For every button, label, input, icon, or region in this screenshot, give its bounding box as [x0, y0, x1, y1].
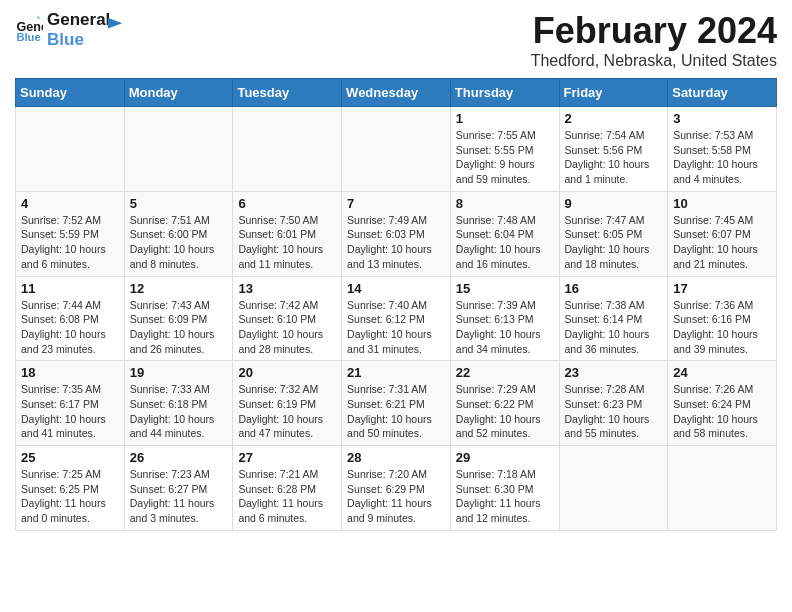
- calendar-week-row: 4Sunrise: 7:52 AMSunset: 5:59 PMDaylight…: [16, 191, 777, 276]
- day-info: Sunrise: 7:36 AMSunset: 6:16 PMDaylight:…: [673, 298, 771, 357]
- day-info: Sunrise: 7:32 AMSunset: 6:19 PMDaylight:…: [238, 382, 336, 441]
- calendar-table: SundayMondayTuesdayWednesdayThursdayFrid…: [15, 78, 777, 531]
- calendar-cell: 15Sunrise: 7:39 AMSunset: 6:13 PMDayligh…: [450, 276, 559, 361]
- day-info: Sunrise: 7:18 AMSunset: 6:30 PMDaylight:…: [456, 467, 554, 526]
- logo-icon: General Blue: [15, 16, 43, 44]
- day-number: 1: [456, 111, 554, 126]
- day-number: 6: [238, 196, 336, 211]
- calendar-cell: 9Sunrise: 7:47 AMSunset: 6:05 PMDaylight…: [559, 191, 668, 276]
- day-number: 13: [238, 281, 336, 296]
- page-header: General Blue General Blue February 2024 …: [15, 10, 777, 70]
- day-number: 8: [456, 196, 554, 211]
- day-number: 16: [565, 281, 663, 296]
- logo-flag-icon: [106, 16, 124, 34]
- day-info: Sunrise: 7:52 AMSunset: 5:59 PMDaylight:…: [21, 213, 119, 272]
- day-number: 3: [673, 111, 771, 126]
- day-info: Sunrise: 7:51 AMSunset: 6:00 PMDaylight:…: [130, 213, 228, 272]
- day-number: 10: [673, 196, 771, 211]
- calendar-cell: 13Sunrise: 7:42 AMSunset: 6:10 PMDayligh…: [233, 276, 342, 361]
- day-info: Sunrise: 7:50 AMSunset: 6:01 PMDaylight:…: [238, 213, 336, 272]
- day-info: Sunrise: 7:25 AMSunset: 6:25 PMDaylight:…: [21, 467, 119, 526]
- day-number: 29: [456, 450, 554, 465]
- calendar-week-row: 25Sunrise: 7:25 AMSunset: 6:25 PMDayligh…: [16, 446, 777, 531]
- day-number: 2: [565, 111, 663, 126]
- calendar-cell: 8Sunrise: 7:48 AMSunset: 6:04 PMDaylight…: [450, 191, 559, 276]
- weekday-header-tuesday: Tuesday: [233, 79, 342, 107]
- calendar-cell: 1Sunrise: 7:55 AMSunset: 5:55 PMDaylight…: [450, 107, 559, 192]
- logo: General Blue General Blue: [15, 10, 124, 51]
- weekday-header-thursday: Thursday: [450, 79, 559, 107]
- calendar-cell: 12Sunrise: 7:43 AMSunset: 6:09 PMDayligh…: [124, 276, 233, 361]
- svg-marker-2: [38, 16, 41, 19]
- day-info: Sunrise: 7:21 AMSunset: 6:28 PMDaylight:…: [238, 467, 336, 526]
- day-info: Sunrise: 7:45 AMSunset: 6:07 PMDaylight:…: [673, 213, 771, 272]
- day-number: 14: [347, 281, 445, 296]
- day-info: Sunrise: 7:47 AMSunset: 6:05 PMDaylight:…: [565, 213, 663, 272]
- weekday-header-sunday: Sunday: [16, 79, 125, 107]
- day-info: Sunrise: 7:38 AMSunset: 6:14 PMDaylight:…: [565, 298, 663, 357]
- svg-marker-3: [108, 18, 122, 29]
- day-number: 11: [21, 281, 119, 296]
- calendar-cell: 27Sunrise: 7:21 AMSunset: 6:28 PMDayligh…: [233, 446, 342, 531]
- weekday-header-wednesday: Wednesday: [342, 79, 451, 107]
- calendar-cell: 11Sunrise: 7:44 AMSunset: 6:08 PMDayligh…: [16, 276, 125, 361]
- day-info: Sunrise: 7:29 AMSunset: 6:22 PMDaylight:…: [456, 382, 554, 441]
- day-number: 18: [21, 365, 119, 380]
- day-number: 15: [456, 281, 554, 296]
- calendar-cell: 6Sunrise: 7:50 AMSunset: 6:01 PMDaylight…: [233, 191, 342, 276]
- month-year-title: February 2024: [531, 10, 777, 52]
- day-number: 12: [130, 281, 228, 296]
- day-info: Sunrise: 7:48 AMSunset: 6:04 PMDaylight:…: [456, 213, 554, 272]
- day-info: Sunrise: 7:31 AMSunset: 6:21 PMDaylight:…: [347, 382, 445, 441]
- calendar-cell: 23Sunrise: 7:28 AMSunset: 6:23 PMDayligh…: [559, 361, 668, 446]
- calendar-cell: 21Sunrise: 7:31 AMSunset: 6:21 PMDayligh…: [342, 361, 451, 446]
- calendar-cell: 29Sunrise: 7:18 AMSunset: 6:30 PMDayligh…: [450, 446, 559, 531]
- calendar-cell: 16Sunrise: 7:38 AMSunset: 6:14 PMDayligh…: [559, 276, 668, 361]
- calendar-cell: 5Sunrise: 7:51 AMSunset: 6:00 PMDaylight…: [124, 191, 233, 276]
- svg-text:Blue: Blue: [16, 32, 40, 44]
- calendar-cell: [342, 107, 451, 192]
- calendar-cell: 3Sunrise: 7:53 AMSunset: 5:58 PMDaylight…: [668, 107, 777, 192]
- day-number: 21: [347, 365, 445, 380]
- calendar-cell: 19Sunrise: 7:33 AMSunset: 6:18 PMDayligh…: [124, 361, 233, 446]
- calendar-cell: 26Sunrise: 7:23 AMSunset: 6:27 PMDayligh…: [124, 446, 233, 531]
- calendar-cell: 25Sunrise: 7:25 AMSunset: 6:25 PMDayligh…: [16, 446, 125, 531]
- calendar-week-row: 11Sunrise: 7:44 AMSunset: 6:08 PMDayligh…: [16, 276, 777, 361]
- calendar-header-row: SundayMondayTuesdayWednesdayThursdayFrid…: [16, 79, 777, 107]
- day-number: 22: [456, 365, 554, 380]
- day-number: 24: [673, 365, 771, 380]
- calendar-cell: 28Sunrise: 7:20 AMSunset: 6:29 PMDayligh…: [342, 446, 451, 531]
- logo-general: General: [47, 10, 110, 30]
- calendar-cell: 7Sunrise: 7:49 AMSunset: 6:03 PMDaylight…: [342, 191, 451, 276]
- day-number: 28: [347, 450, 445, 465]
- calendar-cell: [559, 446, 668, 531]
- day-info: Sunrise: 7:40 AMSunset: 6:12 PMDaylight:…: [347, 298, 445, 357]
- day-info: Sunrise: 7:35 AMSunset: 6:17 PMDaylight:…: [21, 382, 119, 441]
- calendar-cell: 4Sunrise: 7:52 AMSunset: 5:59 PMDaylight…: [16, 191, 125, 276]
- day-info: Sunrise: 7:44 AMSunset: 6:08 PMDaylight:…: [21, 298, 119, 357]
- calendar-cell: 2Sunrise: 7:54 AMSunset: 5:56 PMDaylight…: [559, 107, 668, 192]
- day-info: Sunrise: 7:33 AMSunset: 6:18 PMDaylight:…: [130, 382, 228, 441]
- calendar-cell: [124, 107, 233, 192]
- day-info: Sunrise: 7:26 AMSunset: 6:24 PMDaylight:…: [673, 382, 771, 441]
- calendar-cell: 22Sunrise: 7:29 AMSunset: 6:22 PMDayligh…: [450, 361, 559, 446]
- day-info: Sunrise: 7:28 AMSunset: 6:23 PMDaylight:…: [565, 382, 663, 441]
- day-number: 23: [565, 365, 663, 380]
- calendar-cell: 17Sunrise: 7:36 AMSunset: 6:16 PMDayligh…: [668, 276, 777, 361]
- calendar-week-row: 1Sunrise: 7:55 AMSunset: 5:55 PMDaylight…: [16, 107, 777, 192]
- day-info: Sunrise: 7:54 AMSunset: 5:56 PMDaylight:…: [565, 128, 663, 187]
- weekday-header-saturday: Saturday: [668, 79, 777, 107]
- day-number: 26: [130, 450, 228, 465]
- weekday-header-friday: Friday: [559, 79, 668, 107]
- day-info: Sunrise: 7:49 AMSunset: 6:03 PMDaylight:…: [347, 213, 445, 272]
- day-info: Sunrise: 7:39 AMSunset: 6:13 PMDaylight:…: [456, 298, 554, 357]
- calendar-cell: [16, 107, 125, 192]
- calendar-cell: 20Sunrise: 7:32 AMSunset: 6:19 PMDayligh…: [233, 361, 342, 446]
- day-number: 20: [238, 365, 336, 380]
- calendar-cell: 18Sunrise: 7:35 AMSunset: 6:17 PMDayligh…: [16, 361, 125, 446]
- calendar-cell: 24Sunrise: 7:26 AMSunset: 6:24 PMDayligh…: [668, 361, 777, 446]
- day-info: Sunrise: 7:42 AMSunset: 6:10 PMDaylight:…: [238, 298, 336, 357]
- day-info: Sunrise: 7:23 AMSunset: 6:27 PMDaylight:…: [130, 467, 228, 526]
- day-number: 9: [565, 196, 663, 211]
- day-number: 17: [673, 281, 771, 296]
